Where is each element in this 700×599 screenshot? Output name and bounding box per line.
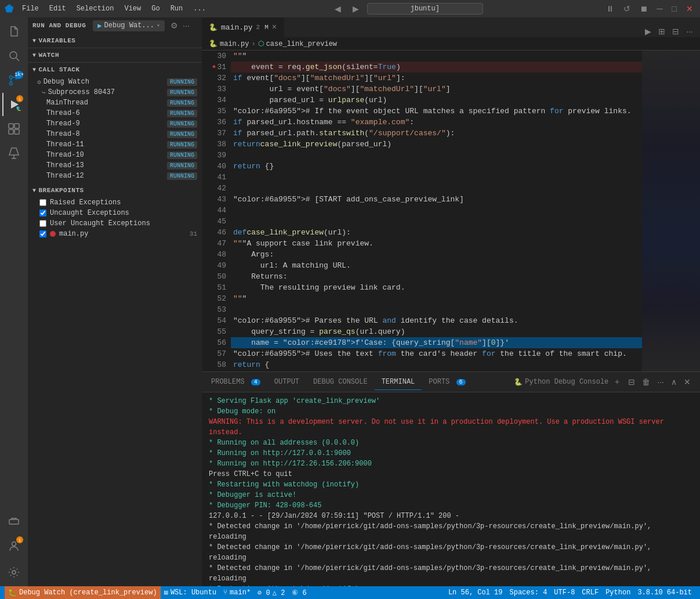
nav-forward-button[interactable]: ▶	[349, 3, 362, 15]
menu-selection[interactable]: Selection	[72, 3, 119, 14]
code-content[interactable]: """ event = req.get_json(silent=True) if…	[231, 50, 642, 371]
call-stack-entry[interactable]: Thread-13RUNNING	[28, 160, 202, 171]
variables-header[interactable]: ▼ VARIABLES	[28, 34, 202, 48]
status-git-branch[interactable]: ⑂ main*	[220, 586, 254, 599]
status-encoding[interactable]: UTF-8	[550, 586, 578, 599]
activity-source-control[interactable]: 1k+	[2, 68, 26, 92]
panel-close[interactable]: ✕	[681, 376, 693, 388]
panel-ports-badge: 6	[456, 379, 466, 385]
status-errors-warnings[interactable]: ⊘ 0 △ 2	[254, 586, 288, 599]
line-number: 50	[206, 271, 226, 282]
call-stack-entry[interactable]: MainThreadRUNNING	[28, 98, 202, 108]
call-stack-entry[interactable]: Thread-8RUNNING	[28, 129, 202, 139]
panel-tab-output[interactable]: OUTPUT	[267, 374, 306, 390]
call-stack-entry[interactable]: Thread-6RUNNING	[28, 108, 202, 118]
line-number: 32	[206, 73, 226, 84]
bp-mainpy[interactable]: main.py 31	[28, 229, 202, 239]
run-split-button[interactable]: ▶	[643, 26, 654, 37]
activity-docker[interactable]	[2, 510, 26, 533]
status-python-version[interactable]: 3.8.10 64-bit	[634, 586, 695, 599]
bp-user-uncaught[interactable]: User Uncaught Exceptions	[28, 218, 202, 229]
debug-config-selector[interactable]: ▶ Debug Wat... ▾	[93, 20, 165, 31]
panel-add-terminal[interactable]: ＋	[611, 376, 623, 388]
breadcrumb-symbol[interactable]: case_link_preview	[266, 40, 337, 48]
breakpoints-section: ▼ BREAKPOINTS Raised Exceptions Uncaught…	[28, 183, 202, 241]
code-line: return {	[231, 359, 642, 370]
code-line: """A support case link preview.	[231, 238, 642, 249]
panel-more[interactable]: ···	[655, 376, 666, 388]
activity-extensions[interactable]	[2, 117, 26, 140]
debug-toolbar-stop[interactable]: ⏹	[637, 3, 650, 15]
breadcrumb-file[interactable]: main.py	[220, 40, 249, 48]
call-stack-entry[interactable]: Thread-12RUNNING	[28, 171, 202, 181]
status-debug-label[interactable]: 🐛 Debug Watch (create_link_preview)	[5, 586, 161, 599]
code-line: def case_link_preview(url):	[231, 227, 642, 238]
call-stack-entry-debug-watch[interactable]: ⚙ Debug Watch RUNNING	[28, 77, 202, 87]
bp-user-uncaught-checkbox[interactable]	[39, 220, 46, 227]
status-wsl[interactable]: ⊞ WSL: Ubuntu	[161, 586, 220, 599]
call-stack-entry[interactable]: Thread-9RUNNING	[28, 118, 202, 129]
line-number: 52	[206, 293, 226, 304]
window-maximize[interactable]: □	[670, 3, 679, 15]
activity-account[interactable]: 1	[2, 534, 26, 557]
terminal-line: * Detected change in '/home/pierrick/git…	[209, 521, 693, 542]
panel-trash[interactable]: 🗑	[640, 376, 652, 388]
menu-run[interactable]: Run	[166, 3, 188, 14]
status-position[interactable]: Ln 56, Col 19	[445, 586, 506, 599]
editor-tab-mainpy[interactable]: 🐍 main.py 2 M ×	[202, 17, 284, 37]
terminal-content[interactable]: * Serving Flask app 'create_link_preview…	[202, 392, 700, 586]
line-number: 55	[206, 326, 226, 337]
panel-expand[interactable]: ∧	[669, 376, 679, 388]
python-debug-icon: 🐍	[514, 378, 523, 387]
menu-edit[interactable]: Edit	[45, 3, 71, 14]
activity-testing[interactable]	[2, 142, 26, 165]
activity-search[interactable]	[2, 44, 26, 67]
status-ports[interactable]: ⑥ 6	[288, 586, 310, 599]
debug-toolbar-pause[interactable]: ⏸	[604, 3, 616, 15]
call-stack-entry[interactable]: Thread-10RUNNING	[28, 150, 202, 160]
code-line: if event["docs"]["matchedUrl"]["url"]:	[231, 73, 642, 84]
menu-go[interactable]: Go	[147, 3, 164, 14]
window-close[interactable]: ✕	[684, 3, 695, 15]
code-line: "action": {	[231, 370, 642, 371]
watch-header[interactable]: ▼ WATCH	[28, 48, 202, 62]
bp-raised-exceptions[interactable]: Raised Exceptions	[28, 197, 202, 208]
editor-layout-button[interactable]: ⊟	[670, 26, 681, 37]
menu-more[interactable]: ...	[188, 3, 211, 14]
address-bar[interactable]: jbuntu]	[367, 3, 483, 15]
bp-raised-checkbox[interactable]	[39, 199, 46, 206]
bp-uncaught-checkbox[interactable]	[39, 210, 46, 216]
bp-user-uncaught-label: User Uncaught Exceptions	[50, 219, 150, 228]
call-stack-subprocess[interactable]: ↪ Subprocess 80437 RUNNING	[28, 87, 202, 98]
status-line-ending[interactable]: CRLF	[578, 586, 602, 599]
split-editor-button[interactable]: ⊞	[656, 26, 668, 37]
status-language[interactable]: Python	[602, 586, 634, 599]
nav-back-button[interactable]: ◀	[331, 3, 344, 15]
svg-point-0	[10, 52, 17, 59]
status-position-text: Ln 56, Col 19	[448, 589, 503, 597]
call-stack-entry[interactable]: Thread-11RUNNING	[28, 139, 202, 150]
panel-tab-debug-console[interactable]: DEBUG CONSOLE	[306, 374, 375, 390]
status-spaces[interactable]: Spaces: 4	[506, 586, 551, 599]
window-minimize[interactable]: ─	[655, 3, 665, 15]
menu-view[interactable]: View	[119, 3, 146, 14]
panel-split-terminal[interactable]: ⊟	[626, 376, 637, 388]
debug-settings-button[interactable]: ⚙	[169, 20, 179, 31]
bp-mainpy-checkbox[interactable]	[39, 230, 46, 237]
editor-more-button[interactable]: ···	[684, 26, 695, 37]
panel-tab-terminal[interactable]: TERMINAL	[375, 374, 422, 390]
breakpoints-header[interactable]: ▼ BREAKPOINTS	[28, 183, 202, 197]
debug-toolbar-restart[interactable]: ↺	[621, 3, 633, 15]
tab-close-button[interactable]: ×	[272, 23, 277, 32]
menu-file[interactable]: File	[17, 3, 43, 14]
status-encoding-text: UTF-8	[554, 589, 575, 597]
activity-settings[interactable]	[2, 561, 26, 584]
debug-more-button[interactable]: ···	[182, 20, 191, 31]
panel-tab-ports[interactable]: PORTS 6	[422, 374, 472, 390]
panel-tab-problems[interactable]: PROBLEMS 4	[204, 374, 267, 390]
activity-explorer[interactable]	[2, 20, 26, 43]
bp-uncaught-exceptions[interactable]: Uncaught Exceptions	[28, 208, 202, 218]
call-stack-header[interactable]: ▼ CALL STACK	[28, 63, 202, 77]
bp-mainpy-label: main.py	[59, 230, 88, 238]
activity-run-debug[interactable]: 🐛 1	[2, 93, 26, 116]
